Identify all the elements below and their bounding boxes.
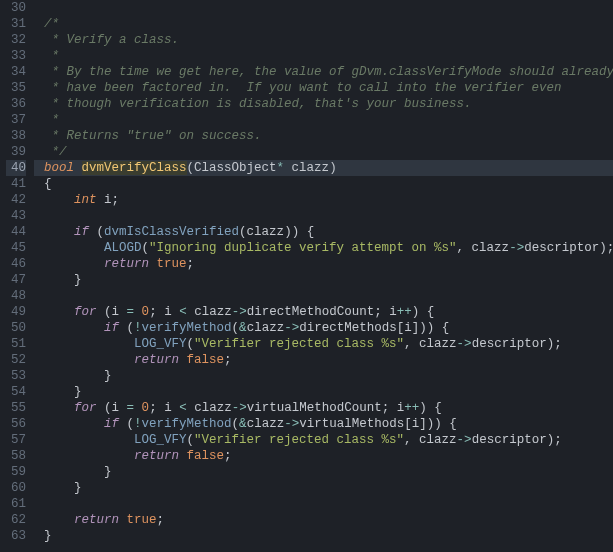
code-line[interactable]: bool dvmVerifyClass(ClassObject* clazz) [34,160,613,176]
code-line[interactable]: ALOGD("Ignoring duplicate verify attempt… [34,240,613,256]
code-line[interactable]: for (i = 0; i < clazz->virtualMethodCoun… [34,400,613,416]
line-number: 44 [6,224,26,240]
line-number: 54 [6,384,26,400]
code-line[interactable]: } [34,528,613,544]
line-number: 57 [6,432,26,448]
code-line[interactable]: LOG_VFY("Verifier rejected class %s", cl… [34,336,613,352]
line-number: 37 [6,112,26,128]
code-line[interactable]: return true; [34,256,613,272]
line-number: 36 [6,96,26,112]
line-number: 47 [6,272,26,288]
line-number: 30 [6,0,26,16]
line-number: 52 [6,352,26,368]
code-line[interactable]: if (!verifyMethod(&clazz->virtualMethods… [34,416,613,432]
code-line[interactable] [34,0,613,16]
code-area[interactable]: /* * Verify a class. * * By the time we … [34,0,613,552]
line-number: 53 [6,368,26,384]
code-line[interactable]: * though verification is disabled, that'… [34,96,613,112]
code-line[interactable]: * [34,112,613,128]
code-line[interactable]: for (i = 0; i < clazz->directMethodCount… [34,304,613,320]
line-number: 40 [6,160,26,176]
line-number: 35 [6,80,26,96]
code-line[interactable]: return true; [34,512,613,528]
line-number: 46 [6,256,26,272]
line-number: 61 [6,496,26,512]
line-number: 45 [6,240,26,256]
line-number: 56 [6,416,26,432]
code-line[interactable] [34,496,613,512]
code-line[interactable]: LOG_VFY("Verifier rejected class %s", cl… [34,432,613,448]
code-line[interactable]: /* [34,16,613,32]
code-line[interactable]: * By the time we get here, the value of … [34,64,613,80]
code-line[interactable]: * Returns "true" on success. [34,128,613,144]
line-number: 50 [6,320,26,336]
line-number: 41 [6,176,26,192]
line-number: 39 [6,144,26,160]
code-line[interactable]: if (!verifyMethod(&clazz->directMethods[… [34,320,613,336]
line-number: 51 [6,336,26,352]
line-number: 43 [6,208,26,224]
code-line[interactable] [34,288,613,304]
code-line[interactable] [34,208,613,224]
line-number: 32 [6,32,26,48]
line-number: 63 [6,528,26,544]
code-line[interactable]: * have been factored in. If you want to … [34,80,613,96]
line-number-gutter: 3031323334353637383940414243444546474849… [0,0,34,552]
line-number: 55 [6,400,26,416]
code-editor[interactable]: 3031323334353637383940414243444546474849… [0,0,613,552]
line-number: 49 [6,304,26,320]
code-line[interactable]: */ [34,144,613,160]
code-line[interactable]: * [34,48,613,64]
code-line[interactable]: * Verify a class. [34,32,613,48]
line-number: 42 [6,192,26,208]
line-number: 62 [6,512,26,528]
line-number: 33 [6,48,26,64]
code-line[interactable]: } [34,272,613,288]
line-number: 38 [6,128,26,144]
code-line[interactable]: int i; [34,192,613,208]
line-number: 58 [6,448,26,464]
code-line[interactable]: } [34,480,613,496]
line-number: 60 [6,480,26,496]
code-line[interactable]: { [34,176,613,192]
code-line[interactable]: } [34,368,613,384]
code-line[interactable]: return false; [34,352,613,368]
code-line[interactable]: } [34,464,613,480]
line-number: 59 [6,464,26,480]
code-line[interactable]: } [34,384,613,400]
line-number: 31 [6,16,26,32]
code-line[interactable]: return false; [34,448,613,464]
line-number: 34 [6,64,26,80]
line-number: 48 [6,288,26,304]
code-line[interactable]: if (dvmIsClassVerified(clazz)) { [34,224,613,240]
